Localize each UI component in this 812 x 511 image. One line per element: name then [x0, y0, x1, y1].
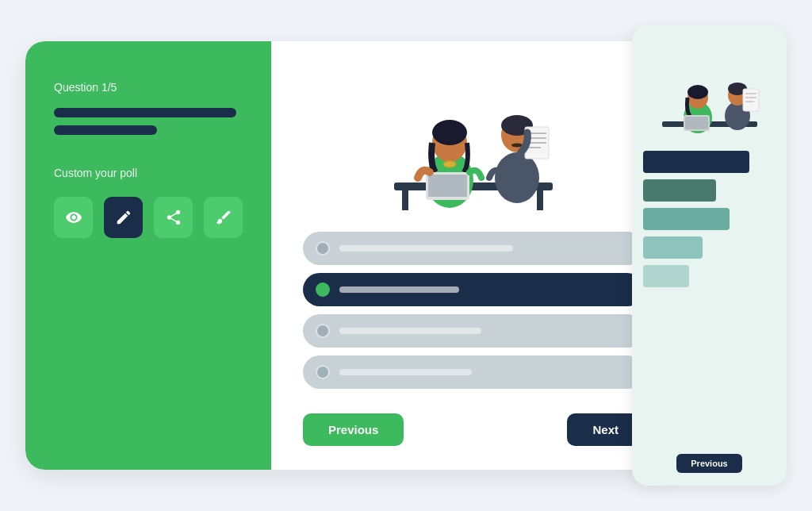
icon-row: [54, 197, 243, 238]
secondary-options-list: [643, 151, 776, 287]
sec-option-5[interactable]: [643, 265, 776, 287]
sec-option-1[interactable]: [643, 151, 776, 173]
sec-bar-2: [643, 179, 716, 202]
sec-option-4[interactable]: [643, 236, 776, 259]
secondary-illustration: [643, 38, 776, 141]
question-line-long: [54, 108, 236, 117]
svg-point-12: [511, 144, 523, 148]
sec-option-2[interactable]: [643, 179, 776, 202]
option-2-text: [339, 286, 459, 293]
svg-rect-1: [402, 190, 408, 210]
svg-point-6: [443, 161, 456, 167]
sec-option-3[interactable]: [643, 208, 776, 230]
svg-point-9: [495, 152, 539, 203]
option-2[interactable]: [303, 273, 644, 306]
left-panel: Question 1/5 Custom your poll: [25, 41, 271, 470]
svg-point-21: [688, 85, 708, 99]
question-lines: [54, 108, 243, 135]
sec-bar-4: [643, 236, 703, 259]
brush-button[interactable]: [204, 197, 243, 238]
option-4-radio: [316, 365, 330, 379]
option-1-radio: [316, 241, 330, 256]
right-panel: Previous Next: [271, 41, 676, 470]
option-1[interactable]: [303, 232, 644, 265]
question-line-short: [54, 125, 157, 135]
share-button[interactable]: [154, 197, 193, 238]
options-list: [303, 232, 644, 389]
option-3-radio: [316, 324, 330, 338]
option-1-text: [339, 245, 513, 252]
option-3[interactable]: [303, 314, 644, 348]
brush-icon: [215, 209, 232, 226]
option-3-text: [339, 328, 481, 334]
share-icon: [165, 209, 182, 226]
nav-row: Previous Next: [303, 413, 644, 446]
svg-rect-27: [743, 89, 759, 111]
custom-label: Custom your poll: [54, 167, 243, 179]
pencil-icon: [115, 209, 132, 226]
sec-previous-button[interactable]: Previous: [676, 454, 741, 473]
option-4-text: [339, 369, 472, 375]
illustration-area: [303, 41, 644, 216]
svg-point-5: [432, 120, 467, 145]
option-4[interactable]: [303, 355, 644, 389]
secondary-card: Previous: [632, 25, 787, 486]
svg-rect-8: [428, 175, 467, 197]
sec-nav: Previous: [643, 454, 776, 473]
sec-bar-3: [643, 208, 730, 230]
previous-button[interactable]: Previous: [303, 413, 404, 446]
question-label: Question 1/5: [54, 81, 243, 94]
svg-rect-2: [537, 190, 543, 210]
main-card: Question 1/5 Custom your poll: [25, 41, 676, 470]
main-illustration: [347, 49, 600, 216]
option-2-radio: [316, 282, 330, 297]
sec-bar-1: [643, 151, 749, 173]
sec-bar-5: [643, 265, 689, 287]
eye-button[interactable]: [54, 197, 93, 238]
pencil-button[interactable]: [104, 197, 143, 238]
scene: Question 1/5 Custom your poll: [25, 25, 787, 486]
eye-icon: [65, 209, 82, 226]
svg-rect-23: [685, 117, 708, 129]
secondary-illustration-svg: [646, 46, 773, 141]
